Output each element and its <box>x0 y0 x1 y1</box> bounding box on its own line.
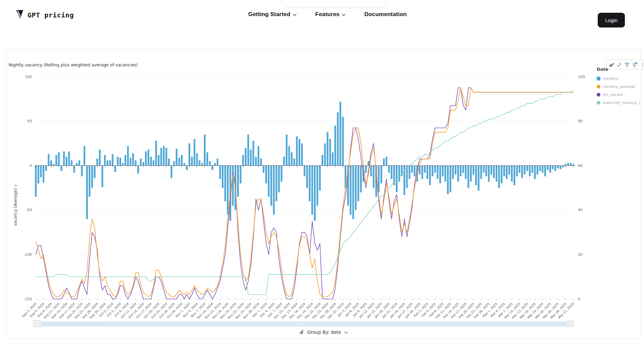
group-by-label: Group By: date <box>307 329 341 335</box>
pct_vacant-line <box>36 88 573 299</box>
nav-documentation[interactable]: Documentation <box>364 11 407 18</box>
expected_vacancy_average-line <box>36 90 573 295</box>
nav-label: Features <box>315 11 339 18</box>
svg-text:100: 100 <box>25 75 32 79</box>
svg-text:-150: -150 <box>23 297 32 301</box>
svg-text:50: 50 <box>27 119 32 123</box>
bottom-ticks <box>36 299 573 300</box>
page: GPT pricing Getting Started Features Doc… <box>0 0 644 362</box>
main-nav: Getting Started Features Documentation <box>248 0 407 29</box>
svg-text:60: 60 <box>578 164 583 168</box>
app-header: GPT pricing Getting Started Features Doc… <box>0 0 644 29</box>
nav-label: Getting Started <box>248 11 290 18</box>
svg-text:20: 20 <box>578 252 583 257</box>
logo[interactable]: GPT pricing <box>15 9 74 21</box>
login-button[interactable]: Login <box>598 13 625 27</box>
scrollbar-mid-grip[interactable] <box>299 323 304 324</box>
svg-text:-50: -50 <box>26 208 32 212</box>
svg-text:80: 80 <box>578 119 583 123</box>
right-axis-labels: 100806040200 <box>578 75 585 301</box>
chevron-down-icon <box>293 11 297 18</box>
nav-label: Documentation <box>364 11 407 18</box>
chevron-down-icon <box>344 329 348 335</box>
chevron-down-icon <box>342 11 345 18</box>
group-by-chart-icon <box>300 329 304 335</box>
svg-text:-100: -100 <box>23 252 32 257</box>
svg-text:0: 0 <box>578 297 580 301</box>
scrollbar-left-handle[interactable] <box>33 320 42 327</box>
left-axis-labels: 100500-50-100-150 <box>23 75 32 301</box>
vacancy-chart[interactable]: 100500-50-100-150100806040200Sep 2, 2024… <box>6 50 642 340</box>
group-by-control[interactable]: Group By: date <box>6 327 642 337</box>
chart-card: Nightly vacancy (Rolling plus weighted a… <box>6 50 641 339</box>
date-labels: Sep 2, 2024Sep 5, 2024Sep 8, 2024Sep 11,… <box>21 302 575 320</box>
svg-text:0: 0 <box>30 164 32 168</box>
logo-text: GPT pricing <box>28 11 74 19</box>
svg-text:40: 40 <box>578 208 583 212</box>
scrollbar-dots <box>40 324 97 324</box>
gridlines <box>35 77 575 299</box>
nav-features[interactable]: Features <box>315 11 345 18</box>
logo-bolt-icon <box>15 9 24 21</box>
vacancy-bars <box>35 102 574 221</box>
svg-text:100: 100 <box>578 75 585 79</box>
scrollbar-right-handle[interactable] <box>567 320 574 327</box>
axis-ticks <box>36 166 573 167</box>
nav-getting-started[interactable]: Getting Started <box>248 11 297 18</box>
